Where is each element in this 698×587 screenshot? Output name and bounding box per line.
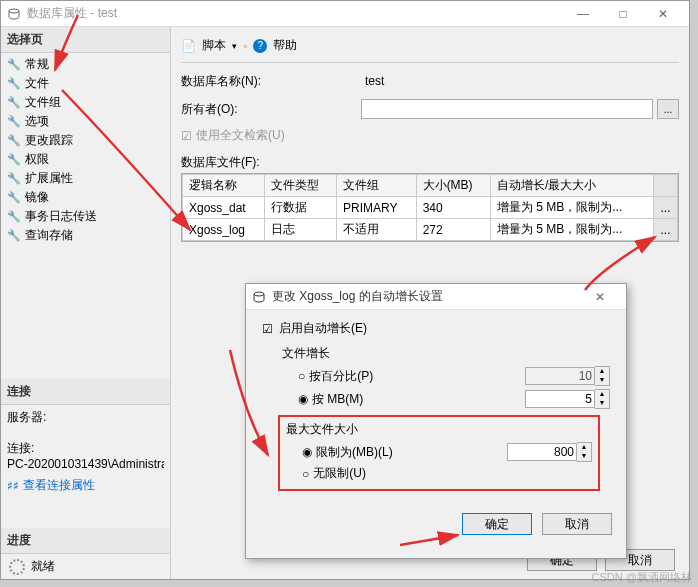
files-grid: 逻辑名称 文件类型 文件组 大小(MB) 自动增长/最大大小 Xgoss_dat…: [181, 173, 679, 242]
by-mb-radio[interactable]: ◉按 MB(M): [298, 391, 525, 408]
wrench-icon: 🔧: [7, 229, 21, 242]
wrench-icon: 🔧: [7, 172, 21, 185]
wrench-icon: 🔧: [7, 191, 21, 204]
nav-item-options[interactable]: 🔧选项: [1, 112, 170, 131]
nav-item-general[interactable]: 🔧常规: [1, 55, 170, 74]
dbname-label: 数据库名称(N):: [181, 73, 361, 90]
table-row[interactable]: Xgoss_log日志不适用272增量为 5 MB，限制为......: [183, 219, 678, 241]
progress-ready: 就绪: [1, 554, 170, 579]
nav-item-filegroups[interactable]: 🔧文件组: [1, 93, 170, 112]
view-connection-link[interactable]: 查看连接属性: [23, 477, 95, 494]
max-button[interactable]: □: [603, 3, 643, 25]
enable-autogrowth-label: 启用自动增长(E): [279, 320, 367, 337]
owner-browse-button[interactable]: ...: [657, 99, 679, 119]
script-dropdown-icon[interactable]: ▾: [232, 41, 237, 51]
radio-checked-icon: ◉: [302, 445, 312, 459]
checkbox-checked-icon[interactable]: ☑: [262, 322, 273, 336]
nav-item-mirroring[interactable]: 🔧镜像: [1, 188, 170, 207]
script-icon: 📄: [181, 39, 196, 53]
spinner-buttons[interactable]: ▲▼: [577, 442, 592, 462]
dialog-close-button[interactable]: ✕: [580, 286, 620, 308]
autogrowth-dialog: 更改 Xgoss_log 的自动增长设置 ✕ ☑ 启用自动增长(E) 文件增长 …: [245, 283, 627, 559]
dialog-title: 更改 Xgoss_log 的自动增长设置: [272, 288, 580, 305]
sidebar: 选择页 🔧常规 🔧文件 🔧文件组 🔧选项 🔧更改跟踪 🔧权限 🔧扩展属性 🔧镜像…: [1, 27, 171, 579]
grid-header-row: 逻辑名称 文件类型 文件组 大小(MB) 自动增长/最大大小: [183, 175, 678, 197]
help-button[interactable]: 帮助: [273, 37, 297, 54]
files-label: 数据库文件(F):: [181, 154, 679, 171]
svg-point-1: [254, 292, 264, 296]
nav-item-extprops[interactable]: 🔧扩展属性: [1, 169, 170, 188]
limit-mb-radio[interactable]: ◉限制为(MB)(L): [302, 444, 507, 461]
filegrowth-label: 文件增长: [282, 345, 610, 362]
checkbox-icon: ☑: [181, 129, 192, 143]
close-button[interactable]: ✕: [643, 3, 683, 25]
dialog-ok-button[interactable]: 确定: [462, 513, 532, 535]
db-icon: [252, 290, 266, 304]
percent-input[interactable]: [525, 367, 595, 385]
mb-input[interactable]: [525, 390, 595, 408]
help-icon: ?: [253, 39, 267, 53]
titlebar: 数据库属性 - test — □ ✕: [1, 1, 689, 27]
wrench-icon: 🔧: [7, 77, 21, 90]
connection-header: 连接: [1, 379, 170, 405]
progress-header: 进度: [1, 528, 170, 554]
spinner-icon: [9, 559, 25, 575]
fulltext-checkbox: ☑ 使用全文检索(U): [181, 127, 679, 144]
connection-value: PC-202001031439\Administrat: [7, 457, 164, 471]
wrench-icon: 🔧: [7, 115, 21, 128]
radio-unchecked-icon: ○: [302, 467, 309, 481]
highlight-box: 最大文件大小 ◉限制为(MB)(L) ▲▼ ○无限制(U): [278, 415, 600, 491]
owner-input[interactable]: [361, 99, 653, 119]
nav-item-files[interactable]: 🔧文件: [1, 74, 170, 93]
ready-label: 就绪: [31, 558, 55, 575]
server-label: 服务器:: [7, 409, 164, 426]
nav-item-changetracking[interactable]: 🔧更改跟踪: [1, 131, 170, 150]
radio-checked-icon: ◉: [298, 392, 308, 406]
script-button[interactable]: 脚本: [202, 37, 226, 54]
connection-icon: ♯♯: [7, 479, 19, 493]
min-button[interactable]: —: [563, 3, 603, 25]
limit-input[interactable]: [507, 443, 577, 461]
unlimited-radio[interactable]: ○无限制(U): [302, 465, 592, 482]
table-row[interactable]: Xgoss_dat行数据PRIMARY340增量为 5 MB，限制为......: [183, 197, 678, 219]
spinner-buttons[interactable]: ▲▼: [595, 389, 610, 409]
wrench-icon: 🔧: [7, 134, 21, 147]
wrench-icon: 🔧: [7, 153, 21, 166]
toolbar: 📄 脚本 ▾ ▪ ? 帮助: [181, 33, 679, 63]
select-page-header: 选择页: [1, 27, 170, 53]
radio-unchecked-icon: ○: [298, 369, 305, 383]
row-ellipsis-button[interactable]: ...: [654, 219, 678, 241]
connection-label: 连接:: [7, 440, 164, 457]
owner-label: 所有者(O):: [181, 101, 361, 118]
wrench-icon: 🔧: [7, 96, 21, 109]
maxsize-label: 最大文件大小: [286, 421, 592, 438]
nav-item-logshipping[interactable]: 🔧事务日志传送: [1, 207, 170, 226]
spinner-buttons[interactable]: ▲▼: [595, 366, 610, 386]
db-icon: [7, 7, 21, 21]
svg-point-0: [9, 9, 19, 13]
wrench-icon: 🔧: [7, 210, 21, 223]
by-percent-radio[interactable]: ○按百分比(P): [298, 368, 525, 385]
wrench-icon: 🔧: [7, 58, 21, 71]
nav-list: 🔧常规 🔧文件 🔧文件组 🔧选项 🔧更改跟踪 🔧权限 🔧扩展属性 🔧镜像 🔧事务…: [1, 53, 170, 247]
row-ellipsis-button[interactable]: ...: [654, 197, 678, 219]
window-title: 数据库属性 - test: [27, 5, 563, 22]
dbname-input[interactable]: [361, 71, 679, 91]
nav-item-permissions[interactable]: 🔧权限: [1, 150, 170, 169]
nav-item-querystore[interactable]: 🔧查询存储: [1, 226, 170, 245]
watermark: CSDN @飘洒网络林: [592, 570, 692, 585]
connection-section: 服务器: 连接: PC-202001031439\Administrat ♯♯ …: [1, 405, 170, 498]
dialog-cancel-button[interactable]: 取消: [542, 513, 612, 535]
